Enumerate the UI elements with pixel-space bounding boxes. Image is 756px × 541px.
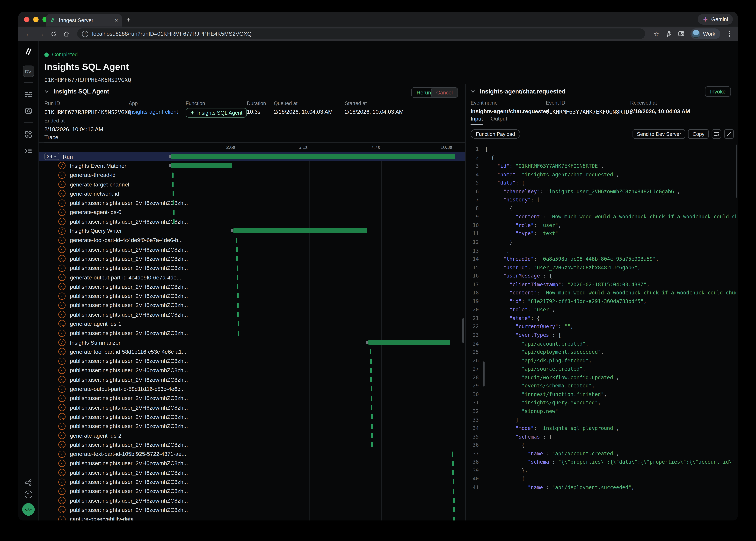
send-to-dev-server-button[interactable]: Send to Dev Server	[632, 129, 685, 139]
trace-row[interactable]: >_publish:user:insights:user_2VH6zowmhZC…	[39, 477, 465, 487]
run-section-header[interactable]: Insights SQL Agent	[44, 88, 109, 95]
trace-row[interactable]: >_publish:user:insights:user_2VH6zowmhZC…	[39, 403, 465, 412]
trace-row[interactable]: >_publish:user:insights:user_2VH6zowmhZC…	[39, 254, 465, 263]
cancel-button[interactable]: Cancel	[431, 87, 458, 98]
trace-row[interactable]: Insights Query Writer	[39, 226, 465, 236]
share-icon[interactable]	[22, 476, 35, 489]
home-icon[interactable]	[61, 29, 71, 39]
trace-row[interactable]: >_generate-output-part-id-58d1b116-c53c-…	[39, 384, 465, 394]
children-count-toggle[interactable]: 39	[44, 153, 59, 160]
trace-row[interactable]: >_publish:user:insights:user_2VH6zowmhZC…	[39, 505, 465, 514]
address-bar[interactable]: i localhost:8288/run?runID=01KHRMF677RJP…	[77, 29, 645, 39]
function-badge[interactable]: Insights SQL Agent	[186, 108, 247, 118]
chevron-down-icon	[470, 89, 475, 94]
run-field-value[interactable]: insights-agent-client	[129, 109, 178, 115]
event-header[interactable]: insights-agent/chat.requested	[470, 88, 565, 95]
trace-row[interactable]: >_publish:user:insights:user_2VH6zowmhZC…	[39, 487, 465, 496]
trace-row[interactable]: >_publish:user:insights:user_2VH6zowmhZC…	[39, 282, 465, 291]
browser-menu-icon[interactable]	[726, 31, 733, 37]
sidebar-item-apps[interactable]	[22, 128, 35, 141]
sidebar-item-insights[interactable]	[22, 105, 35, 117]
sidebar-item-runs[interactable]	[22, 88, 35, 101]
sidebar-item-functions[interactable]	[22, 145, 35, 157]
code-line: 8 {	[466, 204, 736, 213]
invoke-button[interactable]: Invoke	[705, 86, 731, 97]
inngest-logo-icon[interactable]	[23, 47, 33, 58]
tab-close-icon[interactable]: ×	[115, 17, 118, 23]
code-line: 13 ],	[466, 247, 736, 255]
trace-row[interactable]: >_publish:user:insights:user_2VH6zowmhZC…	[39, 459, 465, 468]
site-info-icon[interactable]: i	[82, 31, 88, 37]
trace-row[interactable]: >_publish:user:insights:user_2VH6zowmhZC…	[39, 263, 465, 272]
minimize-window-button[interactable]	[33, 17, 39, 22]
trace-row[interactable]: >_publish:user:insights:user_2VH6zowmhZC…	[39, 412, 465, 421]
trace-row[interactable]: >_generate-target-channel	[39, 180, 465, 189]
trace-row[interactable]: >_generate-agent-ids-0	[39, 208, 465, 217]
trace-row[interactable]: >_publish:user:insights:user_2VH6zowmhZC…	[39, 310, 465, 319]
code-scrollbar-thumb[interactable]	[736, 145, 737, 198]
browser-profile-chip[interactable]: Work	[690, 29, 720, 39]
dev-tools-button[interactable]: </>	[22, 503, 35, 516]
extensions-icon[interactable]	[663, 29, 674, 39]
close-window-button[interactable]	[24, 17, 30, 22]
trace-row[interactable]: >_publish:user:insights:user_2VH6zowmhZC…	[39, 198, 465, 208]
run-field[interactable]: FunctionInsights SQL Agent	[186, 100, 247, 118]
run-step-icon: >_	[58, 516, 66, 520]
trace-row[interactable]: >_publish:user:insights:user_2VH6zowmhZC…	[39, 328, 465, 338]
browser-tab[interactable]: Inngest Server ×	[46, 14, 122, 27]
function-payload-button[interactable]: Function Payload	[470, 129, 520, 139]
tab-output[interactable]: Output	[490, 116, 507, 125]
trace-row[interactable]: >_generate-agent-ids-1	[39, 319, 465, 328]
trace-row[interactable]: >_publish:user:insights:user_2VH6zowmhZC…	[39, 440, 465, 449]
payload-toolbar: Function Payload Send to Dev Server Copy	[466, 129, 738, 139]
copy-button[interactable]: Copy	[688, 129, 709, 139]
gemini-badge[interactable]: Gemini	[698, 14, 733, 25]
back-icon[interactable]: ←	[23, 29, 34, 39]
trace-row[interactable]: >_generate-agent-ids-2	[39, 431, 465, 440]
tab-trace[interactable]: Trace	[44, 135, 58, 143]
run-field[interactable]: Appinsights-agent-client	[129, 100, 178, 115]
trace-row[interactable]: >_publish:user:insights:user_2VH6zowmhZC…	[39, 496, 465, 505]
bookmark-star-icon[interactable]: ☆	[651, 29, 661, 39]
queued-marker	[231, 229, 233, 233]
expand-icon[interactable]	[724, 129, 734, 139]
trace-row[interactable]: >_publish:user:insights:user_2VH6zowmhZC…	[39, 217, 465, 226]
code-line: 18 "content": "How much wood would a woo…	[466, 289, 736, 297]
line-number: 32	[466, 407, 479, 416]
trace-row[interactable]: >_generate-text-part-id-105bf925-5722-43…	[39, 449, 465, 459]
run-field: Ended at2/18/2026, 10:04:13 AM	[44, 118, 103, 132]
tab-input[interactable]: Input	[470, 116, 483, 125]
trace-row[interactable]: >_publish:user:insights:user_2VH6zowmhZC…	[39, 375, 465, 384]
trace-row[interactable]: >_publish:user:insights:user_2VH6zowmhZC…	[39, 291, 465, 300]
trace-row[interactable]: Insights Event Matcher	[39, 161, 465, 170]
forward-icon[interactable]: →	[36, 29, 46, 39]
trace-row[interactable]: >_generate-network-id	[39, 189, 465, 198]
run-step-icon: >_	[58, 432, 66, 439]
run-step-icon: >_	[58, 357, 66, 365]
workspace-badge[interactable]: DV	[22, 66, 34, 77]
payload-json-viewer[interactable]: 1[2 {3 "id": "01KHRMF63Y7AHK7EKFQGN8RTDE…	[466, 143, 736, 520]
trace-row[interactable]: >_generate-tool-part-id-4c4de9f0-6e7a-4d…	[39, 236, 465, 245]
trace-row[interactable]: >_publish:user:insights:user_2VH6zowmhZC…	[39, 245, 465, 254]
word-wrap-icon[interactable]	[712, 129, 721, 139]
run-field-label: App	[129, 100, 178, 106]
trace-row[interactable]: >_generate-output-part-id-4c4de9f0-6e7a-…	[39, 272, 465, 282]
help-icon[interactable]: ?	[24, 490, 32, 498]
trace-row-run[interactable]: 39Run	[39, 152, 465, 161]
trace-row[interactable]: >_capture-observability-data	[39, 514, 465, 520]
trace-row[interactable]: >_publish:user:insights:user_2VH6zowmhZC…	[39, 468, 465, 477]
tab-search-icon[interactable]	[676, 29, 687, 39]
trace-row[interactable]: >_publish:user:insights:user_2VH6zowmhZC…	[39, 394, 465, 403]
trace-row[interactable]: >_publish:user:insights:user_2VH6zowmhZC…	[39, 366, 465, 375]
panel-scrollbar-thumb[interactable]	[462, 318, 464, 343]
run-step-icon: >_	[58, 329, 66, 336]
trace-row[interactable]: >_publish:user:insights:user_2VH6zowmhZC…	[39, 421, 465, 431]
trace-row[interactable]: Insights Summarizer	[39, 338, 465, 347]
trace-row[interactable]: >_publish:user:insights:user_2VH6zowmhZC…	[39, 356, 465, 365]
trace-row[interactable]: >_publish:user:insights:user_2VH6zowmhZC…	[39, 300, 465, 310]
duration-tick	[452, 451, 453, 457]
trace-row[interactable]: >_generate-tool-part-id-58d1b116-c53c-4e…	[39, 347, 465, 356]
trace-row[interactable]: >_generate-thread-id	[39, 170, 465, 180]
reload-icon[interactable]	[48, 29, 59, 39]
new-tab-button[interactable]: +	[126, 15, 131, 24]
